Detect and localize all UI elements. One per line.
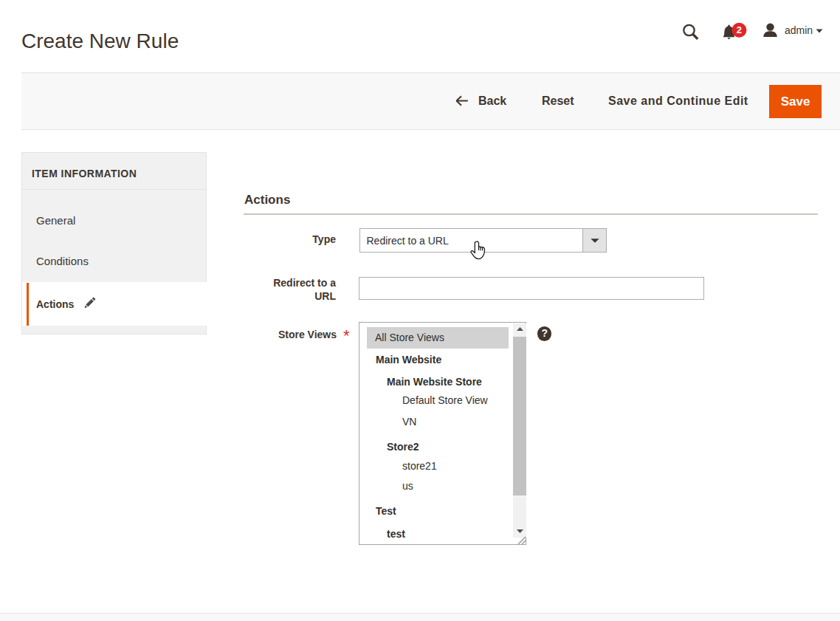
svg-text:2: 2: [737, 24, 742, 35]
